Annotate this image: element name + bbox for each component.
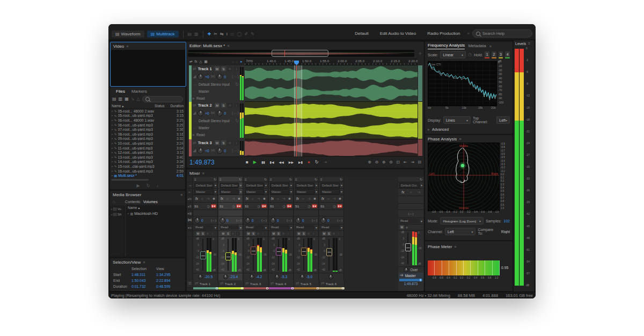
metronome-icon[interactable]: △ (200, 60, 202, 64)
strip-menu-icon[interactable]: ≡ (270, 178, 272, 181)
file-row[interactable]: ▸ ∿ 07-root...ub-yard.mp3 3:36 (110, 127, 185, 132)
cycle-input-icon[interactable]: ↻ (235, 119, 239, 123)
mute-button[interactable]: M (215, 66, 219, 71)
disclosure-icon[interactable]: ▸ (112, 119, 113, 122)
import-file-icon[interactable]: ▥ (119, 97, 123, 101)
search-help-field[interactable]: Search Help (472, 29, 532, 38)
strip-input-select[interactable]: Default Ster (295, 183, 314, 188)
track-input-select[interactable]: Default Stereo Input (199, 83, 233, 86)
volume-fader[interactable] (301, 238, 307, 272)
skip-to-end-button[interactable]: ▶▮ (298, 161, 303, 164)
spot-healing-brush-tool-icon[interactable]: ✎ (251, 32, 254, 36)
fx-prepost-icon[interactable]: ⊣ (207, 197, 209, 200)
solo-button[interactable]: S (302, 232, 306, 236)
strip-cycle-icon[interactable]: ↻ (314, 177, 317, 181)
mute-button[interactable]: M (221, 232, 225, 236)
volume-fader[interactable] (225, 238, 231, 272)
tab-frequency-analysis[interactable]: Frequency Analysis (428, 43, 465, 49)
cycle-input-icon[interactable]: ↻ (235, 83, 239, 87)
zoom-out-amplitude-icon[interactable]: ⊖ (390, 160, 393, 165)
contents-value[interactable]: Volumes (143, 200, 158, 204)
pan-value[interactable]: 0 (226, 219, 229, 222)
arm-record-button[interactable]: R (228, 66, 232, 71)
disclosure-icon[interactable]: ▸ (112, 114, 113, 117)
view-button-multitrack[interactable]: ▤ Multitrack (147, 31, 179, 38)
pan-knob[interactable] (295, 218, 301, 223)
automation-mode-select[interactable]: Read (399, 219, 420, 223)
send-clock-icon[interactable]: ◷ (333, 205, 335, 208)
view-button-waveform[interactable]: ▤ Waveform (112, 31, 144, 38)
fx-prepost-icon[interactable]: ⊣ (418, 191, 420, 194)
solo-button[interactable]: S (221, 66, 226, 71)
panel-menu-icon[interactable]: ≡ (227, 44, 229, 48)
workspace-button-1[interactable]: Edit Audio to Video (376, 31, 420, 36)
move-tool-icon[interactable]: ✚ (208, 32, 211, 36)
file-row[interactable]: ▸ ▤ Multi.sesx * 4:01 (110, 173, 185, 178)
send-clock-icon[interactable]: ◷ (232, 205, 235, 208)
mute-button[interactable]: M (297, 232, 301, 236)
mute-button[interactable]: M (215, 140, 219, 145)
strip-input-select[interactable]: Default Ster (320, 183, 340, 188)
disclosure-icon[interactable]: ▸ (112, 160, 113, 163)
monitor-input-button[interactable]: I (234, 140, 239, 145)
solo-button[interactable]: S (226, 232, 230, 236)
mute-button[interactable]: M (246, 232, 251, 236)
monitor-input-button[interactable]: I (236, 232, 240, 236)
selection-value[interactable]: 1:48.311 (131, 273, 156, 277)
selection-value[interactable]: 1:50.043 (131, 279, 156, 282)
view-value[interactable]: 1:34.295 (156, 273, 170, 277)
new-item-icon[interactable]: ▦ (125, 97, 129, 101)
zoom-in-time-icon[interactable]: ⊕ (368, 160, 371, 165)
solo-button[interactable]: S (276, 232, 281, 236)
strip-output-select[interactable]: Master (270, 189, 289, 195)
send-label[interactable]: S1 (295, 205, 299, 208)
fx-prepost-icon[interactable]: ⊣ (308, 197, 310, 200)
strip-cycle-icon[interactable]: ↻ (214, 177, 216, 181)
eq-section[interactable] (193, 210, 217, 216)
disclosure-icon[interactable]: ▸ (112, 170, 113, 173)
overview-view-range[interactable] (272, 50, 328, 57)
fx-freeze-icon[interactable]: ✱ (313, 197, 316, 200)
strip-menu-icon[interactable]: ≡ (320, 178, 323, 181)
track-lane-3[interactable] (245, 139, 418, 156)
fast-forward-button[interactable]: ▶▶ (289, 161, 294, 164)
solo-button[interactable]: S (327, 232, 331, 236)
monitor-icon[interactable]: ◉ (405, 225, 409, 229)
mute-button[interactable]: M (322, 232, 326, 236)
track-lane-1[interactable] (245, 65, 418, 102)
stereo-link-icon[interactable]: (↔) (287, 219, 292, 222)
monitor-input-button[interactable]: I (234, 66, 239, 71)
disclosure-icon[interactable]: ▸ (112, 124, 113, 126)
volume-value[interactable]: +0 (205, 111, 209, 115)
pause-button[interactable]: ▮▮ (261, 161, 265, 164)
track-zoom-bar[interactable] (418, 139, 422, 156)
strip-input-select[interactable]: Default Ster (245, 183, 264, 188)
send-prefader-button[interactable]: ▮◀ (261, 204, 267, 208)
zoom-in-amplitude-icon[interactable]: ⊕ (382, 160, 385, 165)
track-name[interactable]: Track 1 (198, 66, 213, 71)
send-prefader-button[interactable]: ▮◀ (236, 204, 241, 208)
pan-value[interactable]: 0 (201, 219, 203, 222)
monitor-input-button[interactable]: I (234, 103, 239, 108)
automation-mode-select[interactable]: Read (245, 225, 264, 230)
eq-section[interactable] (319, 210, 343, 216)
pan-knob[interactable] (217, 110, 223, 116)
disclosure-icon[interactable]: ▸ (112, 142, 113, 145)
loop-playback-button[interactable]: ↻ (315, 160, 319, 165)
insert-into-multitrack-icon[interactable]: ↘ (131, 97, 135, 101)
zoom-to-selection-icon[interactable]: ⊡ (397, 160, 400, 165)
pan-knob[interactable] (245, 218, 251, 223)
fx-prepost-icon[interactable]: ⊣ (333, 197, 335, 200)
workspace-button-2[interactable]: Radio Production (423, 31, 464, 36)
play-file-icon[interactable]: ▶ (137, 184, 140, 188)
loop-playback-file-icon[interactable]: ↻ (147, 184, 150, 188)
track-name[interactable]: Track 2 (198, 103, 213, 108)
navigate-icon[interactable]: ✛ (419, 51, 422, 55)
stereo-link-icon[interactable]: (↔) (211, 219, 216, 222)
panel-menu-icon[interactable]: ≡ (143, 260, 145, 264)
pan-value[interactable]: 0 (224, 149, 226, 153)
mode-select[interactable]: Histogram (Log Zoom)▾ (440, 217, 484, 225)
automation-mode-select[interactable]: Read (219, 225, 239, 230)
track-output-select[interactable]: Master (199, 126, 239, 130)
shortcut-item[interactable]: ▸ ▤Sh (110, 212, 124, 217)
